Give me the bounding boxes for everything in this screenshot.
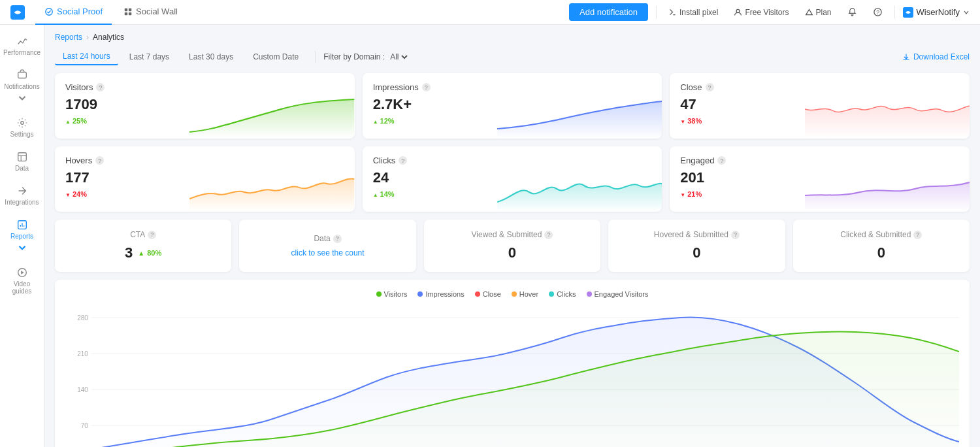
help-icon-button[interactable]: ?: [869, 5, 887, 20]
bottom-card-viewed-submitted: Viewed & Submitted ? 0: [424, 220, 600, 272]
question-icon-close[interactable]: ?: [706, 83, 714, 91]
add-notification-button[interactable]: Add notification: [569, 3, 648, 21]
card-chart-clicks: [497, 169, 662, 212]
filter-last-7d[interactable]: Last 7 days: [121, 48, 178, 65]
question-icon-hovered-submitted[interactable]: ?: [731, 231, 740, 239]
svg-point-11: [20, 122, 24, 125]
main-chart: 280 210 140 70 0: [65, 305, 959, 447]
divider-2: [894, 6, 895, 19]
legend-item-engaged-visitors: Engaged Visitors: [587, 290, 649, 298]
card-header-hovers: Hovers ?: [65, 156, 344, 165]
card-header-impressions: Impressions ?: [373, 82, 652, 92]
free-visitors-button[interactable]: Free Visitors: [730, 5, 792, 20]
svg-rect-10: [18, 73, 26, 78]
bell-icon-button[interactable]: [843, 5, 861, 20]
card-header-engaged: Engaged ?: [680, 156, 959, 165]
card-header-clicks: Clicks ?: [373, 156, 652, 165]
bottom-card-cta-value: 3: [125, 244, 133, 261]
bottom-card-cta-change: ▲ 80%: [138, 249, 161, 257]
legend-item-hover: Hover: [512, 290, 538, 298]
svg-rect-2: [125, 8, 127, 10]
arrow-up-icon: [65, 117, 71, 125]
sidebar-item-notifications[interactable]: Notifications: [1, 64, 43, 109]
metric-card-close: Close ? 47 38%: [670, 73, 970, 139]
metric-card-clicks: Clicks ? 24 14%: [363, 146, 662, 212]
install-pixel-button[interactable]: Install pixel: [664, 5, 722, 20]
sidebar-item-performance[interactable]: Performance: [1, 30, 43, 61]
metric-card-impressions: Impressions ? 2.7K+ 12%: [363, 73, 662, 139]
bottom-card-clicked-submitted: Clicked & Submitted ? 0: [793, 220, 970, 272]
sidebar-item-video-guides[interactable]: Video guides: [1, 261, 43, 300]
svg-text:210: 210: [77, 350, 88, 357]
bottom-card-cta: CTA ? 3 ▲ 80%: [55, 220, 231, 272]
breadcrumb: Reports › Analytics: [55, 33, 970, 42]
svg-rect-3: [129, 8, 131, 10]
question-icon-impressions[interactable]: ?: [422, 83, 431, 91]
svg-text:?: ?: [876, 9, 879, 16]
breadcrumb-reports-link[interactable]: Reports: [55, 33, 82, 42]
arrow-up-icon: [373, 117, 378, 125]
filter-separator: [315, 51, 316, 63]
card-chart-impressions: [497, 96, 662, 139]
arrow-down-icon: [65, 190, 71, 198]
svg-text:70: 70: [81, 422, 88, 429]
arrow-down-icon: [680, 190, 685, 198]
bottom-card-viewed-submitted-value: 0: [508, 244, 516, 261]
question-icon-cta[interactable]: ?: [148, 231, 156, 239]
svg-rect-5: [129, 12, 131, 14]
sidebar-item-data[interactable]: Data: [1, 146, 43, 177]
metric-card-engaged: Engaged ? 201 21%: [670, 146, 970, 212]
brand-menu[interactable]: WiserNotify: [903, 7, 970, 18]
question-icon-clicked-submitted[interactable]: ?: [913, 231, 922, 239]
sidebar-item-settings[interactable]: Settings: [1, 112, 43, 143]
sidebar-item-reports[interactable]: Reports: [1, 214, 43, 259]
bottom-card-hovered-submitted: Hovered & Submitted ? 0: [608, 220, 785, 272]
app-logo: [10, 5, 25, 20]
bottom-card-data-title: Data ?: [314, 234, 341, 243]
download-excel-button[interactable]: Download Excel: [902, 52, 970, 61]
question-icon-data[interactable]: ?: [333, 235, 342, 243]
question-icon-visitors[interactable]: ?: [96, 83, 105, 91]
filter-last-30d[interactable]: Last 30 days: [180, 48, 242, 65]
bottom-cards-grid: CTA ? 3 ▲ 80% Data ? click to see the co…: [55, 220, 970, 272]
arrow-down-icon: [680, 117, 685, 125]
filter-custom-date[interactable]: Custom Date: [244, 48, 307, 65]
legend-dot-impressions: [417, 291, 423, 297]
nav-tabs: Social Proof Social Wall: [35, 0, 569, 25]
tab-social-wall[interactable]: Social Wall: [114, 0, 187, 25]
legend-item-visitors: Visitors: [376, 290, 408, 298]
nav-actions: Add notification Install pixel Free Visi…: [569, 3, 970, 21]
svg-text:280: 280: [77, 314, 88, 322]
bottom-card-clicked-submitted-title: Clicked & Submitted ?: [840, 230, 922, 239]
data-count-link[interactable]: click to see the count: [291, 248, 365, 257]
question-icon-engaged[interactable]: ?: [717, 156, 726, 165]
bottom-card-hovered-submitted-title: Hovered & Submitted ?: [654, 230, 740, 239]
svg-text:140: 140: [77, 386, 88, 393]
card-chart-hovers: [189, 169, 354, 212]
card-header-close: Close ?: [680, 82, 959, 92]
card-chart-close: [805, 96, 970, 139]
question-icon-viewed-submitted[interactable]: ?: [544, 231, 553, 239]
top-nav: Social Proof Social Wall Add notificatio…: [0, 0, 980, 25]
chart-legend: Visitors Impressions Close Hover Clicks …: [65, 290, 959, 298]
tab-social-proof[interactable]: Social Proof: [35, 0, 112, 25]
bottom-card-hovered-submitted-value: 0: [693, 244, 700, 261]
sidebar-item-integrations[interactable]: Integrations: [1, 180, 43, 211]
svg-rect-4: [125, 12, 127, 14]
domain-select[interactable]: All: [387, 52, 410, 62]
card-chart-engaged: [805, 169, 970, 212]
card-chart-visitors: [189, 96, 354, 139]
question-icon-hovers[interactable]: ?: [95, 156, 104, 165]
svg-point-6: [736, 9, 740, 12]
legend-item-clicks: Clicks: [549, 290, 576, 298]
arrow-up-icon: [373, 190, 378, 198]
legend-item-impressions: Impressions: [417, 290, 464, 298]
bottom-card-clicked-submitted-value: 0: [877, 244, 885, 261]
plan-button[interactable]: Plan: [801, 5, 836, 20]
breadcrumb-separator: ›: [86, 33, 89, 42]
filter-last-24h[interactable]: Last 24 hours: [55, 48, 118, 65]
bottom-card-viewed-submitted-title: Viewed & Submitted ?: [472, 230, 553, 239]
question-icon-clicks[interactable]: ?: [399, 156, 407, 165]
filter-domain: Filter by Domain : All: [323, 52, 410, 62]
legend-dot-close: [475, 291, 480, 297]
